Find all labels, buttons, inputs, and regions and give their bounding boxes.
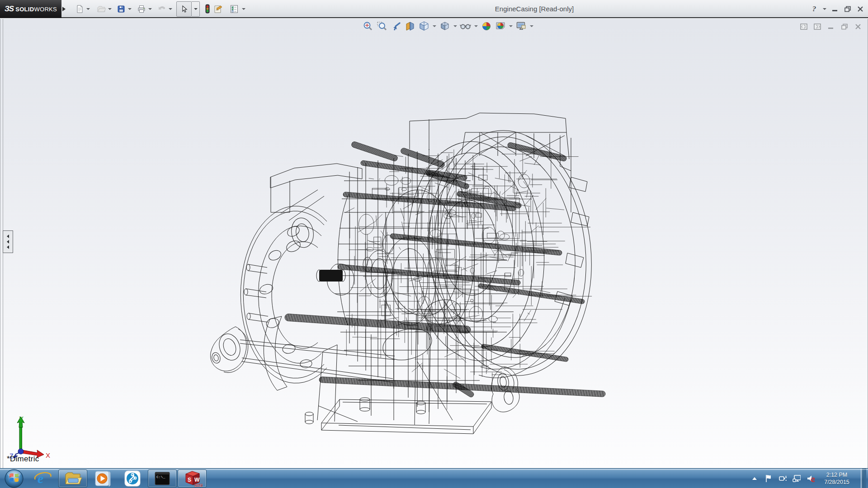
taskbar-solidworks[interactable]: S W 2015 — [178, 469, 207, 488]
taskbar-windows-explorer[interactable] — [58, 469, 87, 488]
solidworks-logo: ЗS SOLIDWORKS — [0, 0, 61, 18]
hide-show-items-icon[interactable] — [460, 20, 472, 32]
doc-restore-button[interactable] — [840, 22, 849, 32]
svg-text:W: W — [194, 477, 200, 483]
solidworks-window: ЗS SOLIDWORKS — [0, 0, 868, 488]
graphics-viewport[interactable]: Y X Z *Dimetric — [0, 19, 868, 468]
title-bar: ЗS SOLIDWORKS — [0, 0, 868, 18]
view-orientation-label: *Dimetric — [7, 455, 39, 464]
logo-works: WORKS — [34, 6, 57, 13]
print-button[interactable] — [136, 3, 147, 15]
doc-close-button[interactable] — [853, 22, 863, 32]
collapse-arrow-icon — [7, 245, 9, 249]
apply-scene-icon[interactable] — [495, 20, 506, 32]
doc-minimize-button[interactable] — [826, 22, 836, 32]
view-settings-dropdown[interactable] — [529, 20, 534, 32]
select-tool-dropdown[interactable] — [192, 1, 200, 17]
print-dropdown[interactable] — [147, 6, 153, 12]
taskbar-share-app[interactable] — [118, 469, 147, 488]
action-center-flag-icon[interactable] — [764, 474, 773, 483]
collapse-arrow-icon — [7, 235, 9, 238]
save-dropdown[interactable] — [127, 6, 132, 12]
help-button[interactable]: ? — [809, 4, 819, 14]
windows-taskbar: e — [0, 468, 868, 488]
taskbar-internet-explorer[interactable]: e — [28, 469, 57, 488]
view-orientation-icon[interactable] — [418, 20, 430, 32]
options-dropdown[interactable] — [241, 6, 246, 12]
wireframe-model — [0, 19, 868, 468]
undo-button[interactable] — [156, 3, 167, 15]
pane-right-icon[interactable] — [812, 22, 822, 32]
section-view-icon[interactable] — [404, 20, 416, 32]
start-button[interactable] — [0, 469, 28, 488]
select-tool-button[interactable] — [176, 1, 192, 17]
show-hidden-icons-button[interactable] — [750, 474, 759, 483]
document-window-controls — [799, 22, 863, 32]
minimize-button[interactable] — [830, 4, 840, 14]
document-title: EngineCasing [Read-only] — [478, 0, 591, 18]
power-plug-icon[interactable] — [778, 474, 787, 483]
panel-expand-tab[interactable] — [3, 230, 13, 253]
coordinate-triad: Y X Z — [4, 415, 54, 458]
taskbar-clock[interactable]: 2:12 PM 7/28/2015 — [821, 471, 853, 486]
svg-text:C:\_: C:\_ — [156, 475, 165, 479]
3ds-logo-mark: ЗS — [5, 5, 14, 14]
taskbar-command-prompt[interactable]: C:\_ — [148, 469, 177, 488]
save-button[interactable] — [116, 3, 127, 15]
zoom-to-fit-icon[interactable] — [362, 20, 374, 32]
clock-date: 7/28/2015 — [821, 479, 853, 486]
x-axis-label: X — [46, 451, 50, 458]
hide-show-items-dropdown[interactable] — [474, 20, 478, 32]
options-checklist-button[interactable] — [229, 3, 240, 15]
collapse-arrow-icon — [7, 240, 9, 244]
display-style-dropdown[interactable] — [453, 20, 458, 32]
logo-solid: SOLID — [15, 6, 34, 13]
network-icon[interactable] — [793, 474, 801, 483]
clock-time: 2:12 PM — [821, 471, 853, 479]
restore-button[interactable] — [843, 4, 853, 14]
open-document-dropdown[interactable] — [107, 6, 113, 12]
view-settings-icon[interactable] — [515, 20, 527, 32]
new-document-dropdown[interactable] — [85, 6, 91, 12]
view-orientation-dropdown[interactable] — [432, 20, 437, 32]
show-desktop-button[interactable] — [861, 469, 866, 488]
close-button[interactable] — [855, 4, 865, 14]
document-properties-button[interactable] — [212, 3, 223, 15]
menu-expand-arrow-icon[interactable] — [62, 4, 68, 14]
heads-up-view-toolbar — [362, 20, 534, 33]
previous-view-icon[interactable] — [390, 20, 402, 32]
pane-left-icon[interactable] — [799, 22, 809, 32]
svg-text:S: S — [188, 477, 191, 483]
new-document-button[interactable] — [74, 3, 85, 15]
undo-dropdown[interactable] — [168, 6, 173, 12]
apply-scene-dropdown[interactable] — [509, 20, 513, 32]
taskbar-media-player[interactable] — [88, 469, 117, 488]
svg-text:2015: 2015 — [194, 483, 203, 488]
help-dropdown[interactable] — [822, 4, 827, 14]
zoom-to-area-icon[interactable] — [376, 20, 388, 32]
traffic-light-icon[interactable] — [202, 3, 213, 15]
edit-appearance-icon[interactable] — [481, 20, 492, 32]
volume-muted-icon[interactable] — [807, 474, 815, 483]
system-tray: 2:12 PM 7/28/2015 — [750, 469, 868, 488]
open-document-button[interactable] — [96, 3, 107, 15]
display-style-icon[interactable] — [439, 20, 451, 32]
